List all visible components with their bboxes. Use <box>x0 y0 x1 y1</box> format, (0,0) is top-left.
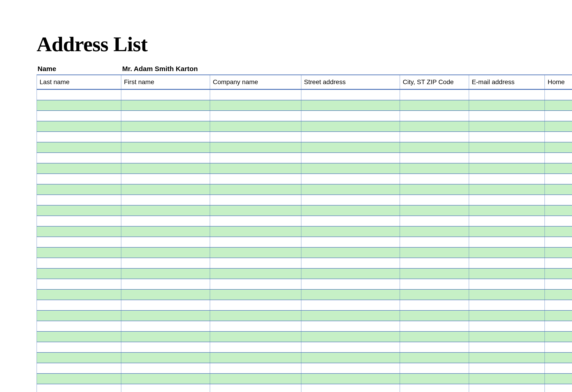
table-cell[interactable] <box>121 279 210 289</box>
table-cell[interactable] <box>400 374 469 384</box>
table-cell[interactable] <box>121 332 210 342</box>
table-cell[interactable] <box>545 374 572 384</box>
table-cell[interactable] <box>469 248 545 257</box>
table-cell[interactable] <box>545 269 572 279</box>
table-cell[interactable] <box>210 258 301 268</box>
table-cell[interactable] <box>121 269 210 279</box>
table-cell[interactable] <box>210 184 301 195</box>
table-cell[interactable] <box>301 384 400 392</box>
table-cell[interactable] <box>400 342 469 352</box>
table-cell[interactable] <box>121 206 210 215</box>
table-cell[interactable] <box>210 226 301 237</box>
table-cell[interactable] <box>37 384 121 392</box>
table-cell[interactable] <box>37 248 121 257</box>
table-cell[interactable] <box>469 269 545 279</box>
table-cell[interactable] <box>301 226 400 237</box>
table-cell[interactable] <box>400 195 469 205</box>
table-cell[interactable] <box>121 353 210 363</box>
table-cell[interactable] <box>469 311 545 321</box>
table-cell[interactable] <box>301 195 400 205</box>
table-cell[interactable] <box>400 142 469 152</box>
table-cell[interactable] <box>400 258 469 268</box>
table-cell[interactable] <box>210 195 301 205</box>
table-cell[interactable] <box>400 121 469 131</box>
table-cell[interactable] <box>469 216 545 226</box>
table-cell[interactable] <box>469 290 545 300</box>
table-cell[interactable] <box>301 248 400 257</box>
table-cell[interactable] <box>400 248 469 257</box>
table-cell[interactable] <box>469 90 545 100</box>
table-cell[interactable] <box>210 374 301 384</box>
table-cell[interactable] <box>301 184 400 195</box>
table-cell[interactable] <box>210 269 301 279</box>
table-cell[interactable] <box>545 132 572 142</box>
table-cell[interactable] <box>545 363 572 373</box>
table-cell[interactable] <box>301 90 400 100</box>
table-cell[interactable] <box>37 269 121 279</box>
table-cell[interactable] <box>469 100 545 110</box>
table-cell[interactable] <box>121 100 210 110</box>
table-cell[interactable] <box>121 216 210 226</box>
table-cell[interactable] <box>37 100 121 110</box>
table-cell[interactable] <box>545 195 572 205</box>
table-cell[interactable] <box>121 174 210 184</box>
table-cell[interactable] <box>469 226 545 237</box>
table-cell[interactable] <box>400 279 469 289</box>
table-cell[interactable] <box>469 174 545 184</box>
table-cell[interactable] <box>121 184 210 195</box>
table-cell[interactable] <box>210 300 301 310</box>
table-cell[interactable] <box>301 363 400 373</box>
table-cell[interactable] <box>301 164 400 173</box>
table-cell[interactable] <box>545 342 572 352</box>
table-cell[interactable] <box>210 164 301 173</box>
table-cell[interactable] <box>121 342 210 352</box>
table-cell[interactable] <box>301 216 400 226</box>
table-cell[interactable] <box>301 300 400 310</box>
table-cell[interactable] <box>400 153 469 163</box>
table-cell[interactable] <box>37 290 121 300</box>
table-cell[interactable] <box>400 311 469 321</box>
table-cell[interactable] <box>121 195 210 205</box>
table-cell[interactable] <box>210 342 301 352</box>
table-cell[interactable] <box>37 174 121 184</box>
table-cell[interactable] <box>545 290 572 300</box>
table-cell[interactable] <box>37 258 121 268</box>
table-cell[interactable] <box>301 132 400 142</box>
table-cell[interactable] <box>37 90 121 100</box>
table-cell[interactable] <box>400 353 469 363</box>
table-cell[interactable] <box>37 164 121 173</box>
table-cell[interactable] <box>301 153 400 163</box>
table-cell[interactable] <box>400 384 469 392</box>
table-cell[interactable] <box>121 153 210 163</box>
table-cell[interactable] <box>121 374 210 384</box>
table-cell[interactable] <box>400 100 469 110</box>
table-cell[interactable] <box>545 353 572 363</box>
table-cell[interactable] <box>400 164 469 173</box>
table-cell[interactable] <box>210 353 301 363</box>
table-cell[interactable] <box>545 311 572 321</box>
table-cell[interactable] <box>469 332 545 342</box>
table-cell[interactable] <box>469 121 545 131</box>
table-cell[interactable] <box>400 216 469 226</box>
table-cell[interactable] <box>301 237 400 247</box>
table-cell[interactable] <box>545 206 572 215</box>
table-cell[interactable] <box>37 374 121 384</box>
table-cell[interactable] <box>210 121 301 131</box>
table-cell[interactable] <box>121 90 210 100</box>
table-cell[interactable] <box>210 332 301 342</box>
table-cell[interactable] <box>469 374 545 384</box>
table-cell[interactable] <box>400 206 469 215</box>
table-cell[interactable] <box>121 237 210 247</box>
table-cell[interactable] <box>210 90 301 100</box>
table-cell[interactable] <box>37 311 121 321</box>
table-cell[interactable] <box>37 226 121 237</box>
table-cell[interactable] <box>469 142 545 152</box>
table-cell[interactable] <box>469 279 545 289</box>
table-cell[interactable] <box>400 332 469 342</box>
table-cell[interactable] <box>121 311 210 321</box>
table-cell[interactable] <box>301 321 400 331</box>
table-cell[interactable] <box>400 226 469 237</box>
table-cell[interactable] <box>400 174 469 184</box>
table-cell[interactable] <box>121 121 210 131</box>
table-cell[interactable] <box>469 184 545 195</box>
